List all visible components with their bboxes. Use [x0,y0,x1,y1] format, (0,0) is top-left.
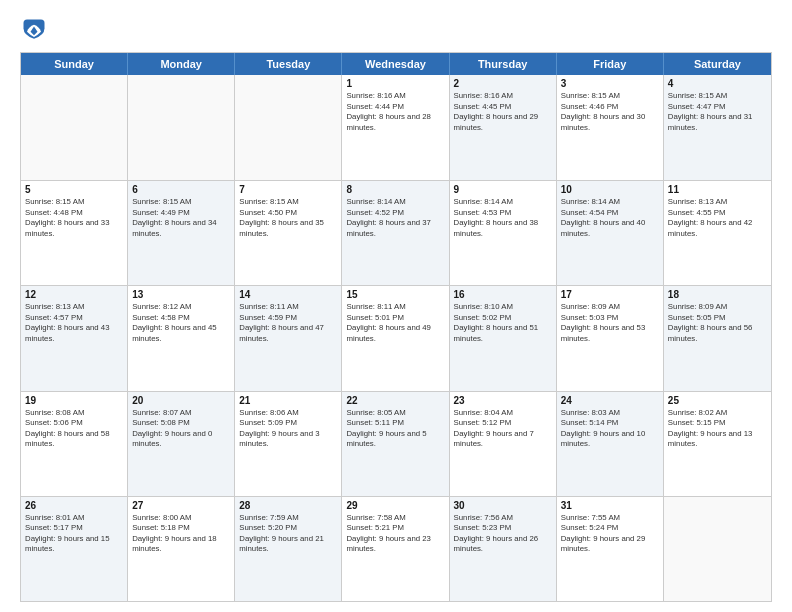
cell-info: Sunrise: 8:08 AM Sunset: 5:06 PM Dayligh… [25,408,123,450]
calendar-row-4: 19Sunrise: 8:08 AM Sunset: 5:06 PM Dayli… [21,391,771,496]
calendar-cell: 11Sunrise: 8:13 AM Sunset: 4:55 PM Dayli… [664,181,771,285]
day-number: 9 [454,184,552,195]
day-number: 21 [239,395,337,406]
cell-info: Sunrise: 8:16 AM Sunset: 4:44 PM Dayligh… [346,91,444,133]
cell-info: Sunrise: 8:11 AM Sunset: 5:01 PM Dayligh… [346,302,444,344]
day-number: 6 [132,184,230,195]
calendar-cell: 30Sunrise: 7:56 AM Sunset: 5:23 PM Dayli… [450,497,557,601]
calendar: SundayMondayTuesdayWednesdayThursdayFrid… [20,52,772,602]
day-number: 15 [346,289,444,300]
cell-info: Sunrise: 8:03 AM Sunset: 5:14 PM Dayligh… [561,408,659,450]
calendar-cell: 26Sunrise: 8:01 AM Sunset: 5:17 PM Dayli… [21,497,128,601]
calendar-cell: 21Sunrise: 8:06 AM Sunset: 5:09 PM Dayli… [235,392,342,496]
calendar-row-1: 1Sunrise: 8:16 AM Sunset: 4:44 PM Daylig… [21,75,771,180]
cell-info: Sunrise: 8:15 AM Sunset: 4:48 PM Dayligh… [25,197,123,239]
day-number: 2 [454,78,552,89]
cell-info: Sunrise: 8:06 AM Sunset: 5:09 PM Dayligh… [239,408,337,450]
day-number: 8 [346,184,444,195]
calendar-cell [664,497,771,601]
day-number: 12 [25,289,123,300]
day-number: 14 [239,289,337,300]
day-number: 22 [346,395,444,406]
calendar-cell: 15Sunrise: 8:11 AM Sunset: 5:01 PM Dayli… [342,286,449,390]
cell-info: Sunrise: 8:15 AM Sunset: 4:50 PM Dayligh… [239,197,337,239]
day-number: 30 [454,500,552,511]
day-number: 20 [132,395,230,406]
cell-info: Sunrise: 7:56 AM Sunset: 5:23 PM Dayligh… [454,513,552,555]
cell-info: Sunrise: 8:13 AM Sunset: 4:55 PM Dayligh… [668,197,767,239]
cell-info: Sunrise: 8:09 AM Sunset: 5:05 PM Dayligh… [668,302,767,344]
cell-info: Sunrise: 8:15 AM Sunset: 4:46 PM Dayligh… [561,91,659,133]
header-day-tuesday: Tuesday [235,53,342,75]
calendar-cell: 1Sunrise: 8:16 AM Sunset: 4:44 PM Daylig… [342,75,449,180]
calendar-cell: 22Sunrise: 8:05 AM Sunset: 5:11 PM Dayli… [342,392,449,496]
cell-info: Sunrise: 8:15 AM Sunset: 4:49 PM Dayligh… [132,197,230,239]
cell-info: Sunrise: 7:58 AM Sunset: 5:21 PM Dayligh… [346,513,444,555]
header-day-sunday: Sunday [21,53,128,75]
cell-info: Sunrise: 8:15 AM Sunset: 4:47 PM Dayligh… [668,91,767,133]
logo-icon [20,16,48,44]
calendar-cell [128,75,235,180]
day-number: 23 [454,395,552,406]
day-number: 29 [346,500,444,511]
day-number: 19 [25,395,123,406]
calendar-cell: 17Sunrise: 8:09 AM Sunset: 5:03 PM Dayli… [557,286,664,390]
day-number: 16 [454,289,552,300]
calendar-cell: 5Sunrise: 8:15 AM Sunset: 4:48 PM Daylig… [21,181,128,285]
day-number: 28 [239,500,337,511]
calendar-cell: 2Sunrise: 8:16 AM Sunset: 4:45 PM Daylig… [450,75,557,180]
cell-info: Sunrise: 8:01 AM Sunset: 5:17 PM Dayligh… [25,513,123,555]
calendar-cell: 9Sunrise: 8:14 AM Sunset: 4:53 PM Daylig… [450,181,557,285]
calendar-cell: 24Sunrise: 8:03 AM Sunset: 5:14 PM Dayli… [557,392,664,496]
day-number: 10 [561,184,659,195]
calendar-cell: 14Sunrise: 8:11 AM Sunset: 4:59 PM Dayli… [235,286,342,390]
cell-info: Sunrise: 8:00 AM Sunset: 5:18 PM Dayligh… [132,513,230,555]
cell-info: Sunrise: 8:13 AM Sunset: 4:57 PM Dayligh… [25,302,123,344]
cell-info: Sunrise: 8:14 AM Sunset: 4:53 PM Dayligh… [454,197,552,239]
calendar-cell: 18Sunrise: 8:09 AM Sunset: 5:05 PM Dayli… [664,286,771,390]
calendar-cell: 29Sunrise: 7:58 AM Sunset: 5:21 PM Dayli… [342,497,449,601]
cell-info: Sunrise: 8:11 AM Sunset: 4:59 PM Dayligh… [239,302,337,344]
day-number: 17 [561,289,659,300]
calendar-header: SundayMondayTuesdayWednesdayThursdayFrid… [21,53,771,75]
day-number: 18 [668,289,767,300]
page: SundayMondayTuesdayWednesdayThursdayFrid… [0,0,792,612]
calendar-cell: 4Sunrise: 8:15 AM Sunset: 4:47 PM Daylig… [664,75,771,180]
cell-info: Sunrise: 8:09 AM Sunset: 5:03 PM Dayligh… [561,302,659,344]
calendar-cell: 20Sunrise: 8:07 AM Sunset: 5:08 PM Dayli… [128,392,235,496]
cell-info: Sunrise: 8:14 AM Sunset: 4:52 PM Dayligh… [346,197,444,239]
logo [20,16,52,44]
calendar-cell: 8Sunrise: 8:14 AM Sunset: 4:52 PM Daylig… [342,181,449,285]
calendar-cell: 12Sunrise: 8:13 AM Sunset: 4:57 PM Dayli… [21,286,128,390]
calendar-cell: 10Sunrise: 8:14 AM Sunset: 4:54 PM Dayli… [557,181,664,285]
calendar-row-2: 5Sunrise: 8:15 AM Sunset: 4:48 PM Daylig… [21,180,771,285]
day-number: 3 [561,78,659,89]
day-number: 24 [561,395,659,406]
cell-info: Sunrise: 8:05 AM Sunset: 5:11 PM Dayligh… [346,408,444,450]
calendar-cell [235,75,342,180]
day-number: 26 [25,500,123,511]
cell-info: Sunrise: 7:59 AM Sunset: 5:20 PM Dayligh… [239,513,337,555]
header-day-monday: Monday [128,53,235,75]
day-number: 13 [132,289,230,300]
day-number: 1 [346,78,444,89]
day-number: 31 [561,500,659,511]
header [20,16,772,44]
calendar-cell: 13Sunrise: 8:12 AM Sunset: 4:58 PM Dayli… [128,286,235,390]
cell-info: Sunrise: 8:14 AM Sunset: 4:54 PM Dayligh… [561,197,659,239]
cell-info: Sunrise: 8:07 AM Sunset: 5:08 PM Dayligh… [132,408,230,450]
day-number: 25 [668,395,767,406]
calendar-cell: 31Sunrise: 7:55 AM Sunset: 5:24 PM Dayli… [557,497,664,601]
cell-info: Sunrise: 8:04 AM Sunset: 5:12 PM Dayligh… [454,408,552,450]
cell-info: Sunrise: 7:55 AM Sunset: 5:24 PM Dayligh… [561,513,659,555]
header-day-wednesday: Wednesday [342,53,449,75]
calendar-cell: 6Sunrise: 8:15 AM Sunset: 4:49 PM Daylig… [128,181,235,285]
day-number: 11 [668,184,767,195]
calendar-cell: 3Sunrise: 8:15 AM Sunset: 4:46 PM Daylig… [557,75,664,180]
day-number: 27 [132,500,230,511]
cell-info: Sunrise: 8:12 AM Sunset: 4:58 PM Dayligh… [132,302,230,344]
cell-info: Sunrise: 8:02 AM Sunset: 5:15 PM Dayligh… [668,408,767,450]
cell-info: Sunrise: 8:16 AM Sunset: 4:45 PM Dayligh… [454,91,552,133]
calendar-cell: 27Sunrise: 8:00 AM Sunset: 5:18 PM Dayli… [128,497,235,601]
calendar-row-3: 12Sunrise: 8:13 AM Sunset: 4:57 PM Dayli… [21,285,771,390]
